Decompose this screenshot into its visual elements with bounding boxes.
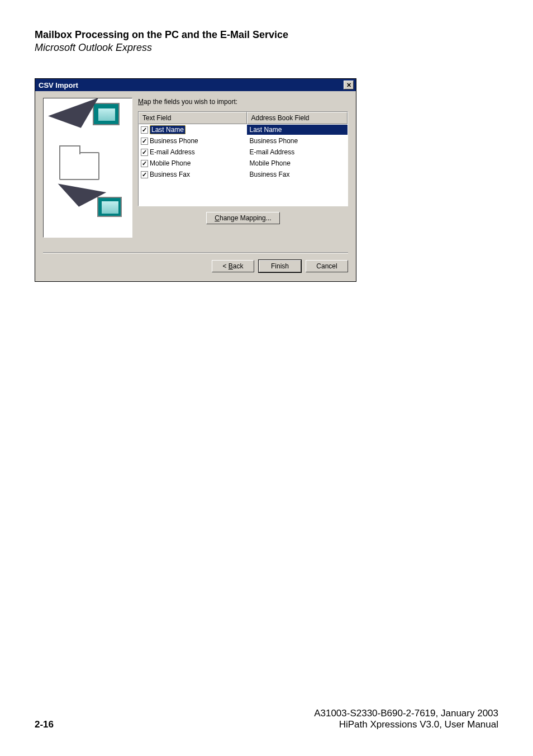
address-book-field-label: E-mail Address [247,147,348,157]
list-header: Text Field Address Book Field [139,112,348,124]
cancel-button[interactable]: Cancel [306,260,348,272]
checkbox[interactable]: ✓ [141,160,148,167]
dialog-titlebar: CSV Import ✕ [35,79,356,91]
page-heading: Mailbox Processing on the PC and the E-M… [35,29,498,41]
text-field-label: Business Fax [150,171,190,178]
finish-button[interactable]: Finish [259,260,301,272]
list-row[interactable]: ✓Business PhoneBusiness Phone [139,135,348,147]
page-number: 2-16 [35,719,54,730]
checkbox[interactable]: ✓ [141,171,148,178]
address-book-field-label: Mobile Phone [247,158,348,168]
address-book-field-label: Business Phone [247,136,348,146]
back-button[interactable]: < Back [212,260,254,272]
text-field-label: Business Phone [150,137,198,145]
page-subheading: Microsoft Outlook Express [35,42,498,54]
instruction-label: Map the fields you wish to import: [138,98,348,106]
text-field-label: Mobile Phone [150,159,191,167]
col-address-book-field[interactable]: Address Book Field [247,112,348,124]
list-row[interactable]: ✓Mobile PhoneMobile Phone [139,158,348,169]
field-mapping-list[interactable]: Text Field Address Book Field ✓Last Name… [138,111,348,206]
checkbox[interactable]: ✓ [141,138,148,145]
address-book-field-label: Business Fax [247,169,348,179]
text-field-label: Last Name [150,125,185,134]
col-text-field[interactable]: Text Field [139,112,247,124]
csv-import-dialog: CSV Import ✕ Map the fields you wish to … [35,78,356,282]
address-book-field-label: Last Name [247,125,348,135]
text-field-label: E-mail Address [150,148,195,156]
wizard-graphic [43,98,132,238]
list-row[interactable]: ✓Last NameLast Name [139,124,348,135]
list-row[interactable]: ✓E-mail AddressE-mail Address [139,147,348,158]
change-mapping-button[interactable]: Change Mapping... [206,212,279,224]
list-row[interactable]: ✓Business FaxBusiness Fax [139,169,348,180]
checkbox[interactable]: ✓ [141,149,148,156]
doc-info: A31003-S2330-B690-2-7619, January 2003 H… [314,708,498,730]
close-button[interactable]: ✕ [344,81,354,89]
checkbox[interactable]: ✓ [141,126,148,134]
dialog-title: CSV Import [39,81,78,89]
